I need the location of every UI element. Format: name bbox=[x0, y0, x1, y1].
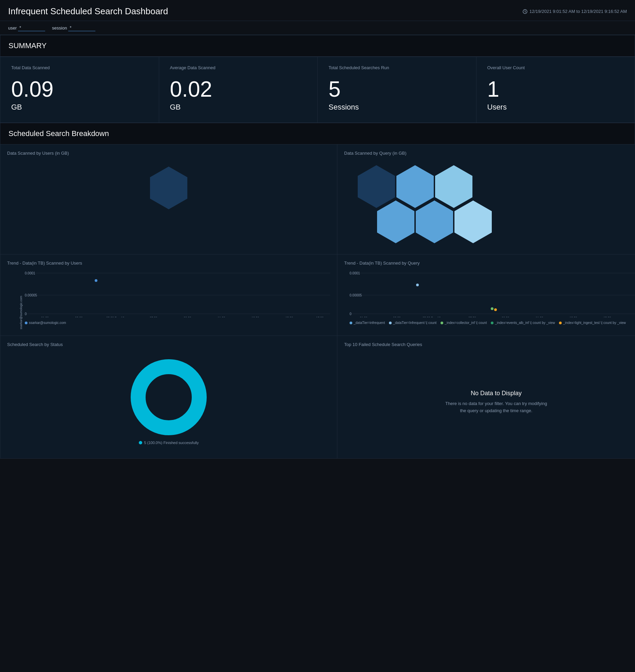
hex-q5 bbox=[416, 200, 453, 243]
svg-text:0.00005: 0.00005 bbox=[350, 293, 362, 297]
svg-text:15:30: 15:30 bbox=[603, 316, 611, 317]
breakdown-title: Scheduled Search Breakdown bbox=[8, 129, 627, 138]
legend-item-q1: _dataTier=infrequent bbox=[350, 321, 385, 325]
chart-title-query: Data Scanned by Query (in GB) bbox=[344, 151, 635, 156]
trend-users-legend: ssarkar@sumologic.com bbox=[25, 321, 330, 325]
page-header: Infrequent Scheduled Search Dashboard 12… bbox=[0, 0, 635, 21]
summary-card-unit-3: Users bbox=[487, 103, 624, 112]
svg-text:17:30: 17:30 bbox=[316, 316, 324, 317]
breakdown-section-header: Scheduled Search Breakdown bbox=[0, 123, 635, 145]
time-range: 12/19/2021 9:01:52 AM to 12/19/2021 9:16… bbox=[523, 9, 627, 14]
trend-query-svg: 0.0001 0.00005 0 01:30 03:30 05:30 Dec 1… bbox=[350, 270, 635, 317]
time-range-text: 12/19/2021 9:01:52 AM to 12/19/2021 9:16… bbox=[529, 9, 627, 14]
filter-bar: user session bbox=[0, 21, 635, 35]
svg-text:11:30: 11:30 bbox=[218, 316, 225, 317]
summary-card-total-data: Total Data Scanned 0.09 GB bbox=[0, 57, 159, 123]
legend-dot-q2 bbox=[389, 322, 392, 324]
chart-search-status: Scheduled Search by Status 5 (100.0%) Fi… bbox=[0, 336, 337, 459]
summary-card-value-1: 0.02 bbox=[170, 78, 307, 100]
donut-container: 5 (100.0%) Finished successfully bbox=[7, 351, 330, 445]
summary-title: SUMMARY bbox=[8, 41, 627, 50]
y-axis-rotated-label: ssarkar@sumologic.com bbox=[19, 296, 23, 329]
summary-grid: Total Data Scanned 0.09 GB Average Data … bbox=[0, 57, 635, 123]
svg-text:0.0001: 0.0001 bbox=[25, 271, 35, 275]
svg-point-32 bbox=[152, 381, 185, 414]
donut-label-text: 5 (100.0%) Finished successfully bbox=[144, 441, 199, 445]
svg-text:0: 0 bbox=[25, 312, 27, 316]
summary-card-total-searches: Total Scheduled Searches Run 5 Sessions bbox=[318, 57, 477, 123]
summary-card-label-2: Total Scheduled Searches Run bbox=[329, 65, 465, 70]
summary-card-value-2: 5 bbox=[329, 78, 465, 100]
svg-text:01:30: 01:30 bbox=[41, 316, 49, 317]
summary-card-unit-2: Sessions bbox=[329, 103, 465, 112]
legend-item-q5: _index=light_ingest_test \| count by _vi… bbox=[559, 321, 626, 325]
session-filter-input[interactable] bbox=[68, 24, 95, 31]
donut-label: 5 (100.0%) Finished successfully bbox=[139, 441, 199, 445]
chart-title-trend-query: Trend - Data(in TB) Scanned by Query bbox=[344, 261, 635, 266]
svg-text:09:30: 09:30 bbox=[184, 316, 191, 317]
data-point-q1 bbox=[416, 284, 419, 286]
summary-card-user-count: Overall User Count 1 Users bbox=[477, 57, 635, 123]
hexmap-query bbox=[344, 160, 635, 249]
svg-text:11:30: 11:30 bbox=[536, 316, 543, 317]
chart-trend-query: Trend - Data(in TB) Scanned by Query 0.0… bbox=[337, 254, 635, 336]
legend-dot-q4 bbox=[491, 322, 493, 324]
trend-query-legend: _dataTier=infrequent _dataTier=Infrequen… bbox=[350, 321, 635, 325]
chart-title-users: Data Scanned by Users (in GB) bbox=[7, 151, 330, 156]
chart-title-trend-users: Trend - Data(in TB) Scanned by Users bbox=[7, 261, 330, 266]
svg-text:07:30: 07:30 bbox=[150, 316, 157, 317]
legend-dot-q3 bbox=[441, 322, 443, 324]
page-title: Infrequent Scheduled Search Dashboard bbox=[8, 6, 168, 17]
svg-text:09:30: 09:30 bbox=[502, 316, 509, 317]
no-data-desc: There is no data for your filter. You ca… bbox=[445, 400, 547, 415]
chart-data-scanned-users: Data Scanned by Users (in GB) bbox=[0, 145, 337, 254]
data-point-users bbox=[95, 279, 97, 282]
summary-card-unit-1: GB bbox=[170, 103, 307, 112]
svg-text:13:30: 13:30 bbox=[569, 316, 577, 317]
legend-item-ssarkar: ssarkar@sumologic.com bbox=[25, 321, 66, 325]
summary-section-header: SUMMARY bbox=[0, 35, 635, 57]
legend-item-q3: _index=collector_inf \| count bbox=[441, 321, 487, 325]
summary-card-label-0: Total Data Scanned bbox=[11, 65, 148, 70]
donut-svg bbox=[128, 357, 209, 438]
summary-card-unit-0: GB bbox=[11, 103, 148, 112]
charts-grid: Data Scanned by Users (in GB) Data Scann… bbox=[0, 145, 635, 459]
svg-text:05:30 Dec 19: 05:30 Dec 19 bbox=[106, 316, 125, 317]
legend-item-q2: _dataTier=Infrequent \| count bbox=[389, 321, 436, 325]
legend-dot-ssarkar bbox=[25, 322, 27, 324]
chart-top10-failed: Top 10 Failed Schedule Search Queries No… bbox=[337, 336, 635, 459]
summary-card-value-0: 0.09 bbox=[11, 78, 148, 100]
data-point-q2 bbox=[491, 307, 493, 310]
user-filter-label: user bbox=[8, 24, 45, 31]
svg-text:03:30: 03:30 bbox=[393, 316, 401, 317]
summary-card-label-3: Overall User Count bbox=[487, 65, 624, 70]
hex-q6 bbox=[454, 200, 492, 243]
chart-title-status: Scheduled Search by Status bbox=[7, 342, 330, 347]
svg-text:07:30: 07:30 bbox=[468, 316, 476, 317]
svg-text:13:30: 13:30 bbox=[251, 316, 259, 317]
summary-card-avg-data: Average Data Scanned 0.02 GB bbox=[159, 57, 318, 123]
session-filter-label: session bbox=[52, 24, 95, 31]
no-data-panel: No Data to Display There is no data for … bbox=[344, 351, 635, 453]
svg-text:15:30: 15:30 bbox=[285, 316, 293, 317]
user-filter-input[interactable] bbox=[18, 24, 45, 31]
chart-data-scanned-query: Data Scanned by Query (in GB) bbox=[337, 145, 635, 254]
trend-users-svg: 0.0001 0.00005 0 01:30 03:30 05:30 Dec 1… bbox=[25, 270, 330, 317]
svg-text:0.00005: 0.00005 bbox=[25, 293, 37, 297]
legend-item-q4: _index=events_alb_inf \| count by _view bbox=[491, 321, 555, 325]
summary-card-value-3: 1 bbox=[487, 78, 624, 100]
hex-q4 bbox=[377, 200, 414, 243]
svg-text:0.0001: 0.0001 bbox=[350, 271, 360, 275]
data-point-q3 bbox=[494, 308, 497, 311]
hex-user-single bbox=[150, 167, 187, 209]
legend-dot-q5 bbox=[559, 322, 562, 324]
svg-text:01:30: 01:30 bbox=[360, 316, 368, 317]
donut-legend-dot bbox=[139, 441, 142, 444]
summary-card-label-1: Average Data Scanned bbox=[170, 65, 307, 70]
clock-icon bbox=[523, 9, 527, 14]
no-data-title: No Data to Display bbox=[471, 390, 522, 397]
svg-text:0: 0 bbox=[350, 312, 352, 316]
svg-text:05:30 Dec 19: 05:30 Dec 19 bbox=[423, 316, 441, 317]
hexmap-users bbox=[7, 160, 330, 216]
legend-dot-q1 bbox=[350, 322, 352, 324]
